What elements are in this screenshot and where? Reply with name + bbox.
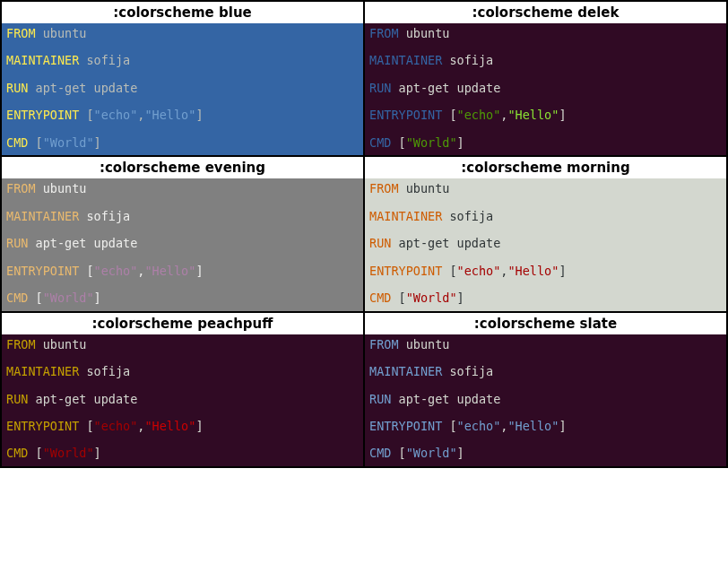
blank-line: [6, 379, 359, 392]
dockerfile-arg: ubuntu: [43, 26, 87, 40]
dockerfile-arg: sofija: [86, 364, 130, 378]
bracket: [: [36, 446, 43, 460]
bracket: ]: [195, 419, 203, 433]
code-block: FROM ubuntuMAINTAINER sofijaRUN apt-get …: [2, 178, 363, 310]
blank-line: [369, 96, 722, 108]
dockerfile-keyword: FROM: [369, 337, 399, 351]
code-line: RUN apt-get update: [6, 81, 359, 96]
dockerfile-keyword: RUN: [369, 392, 391, 406]
dockerfile-arg: ubuntu: [406, 26, 450, 40]
blank-line: [369, 196, 722, 209]
dockerfile-keyword: ENTRYPOINT: [369, 419, 442, 433]
colorscheme-title: :colorscheme evening: [2, 157, 363, 178]
bracket: [: [399, 446, 406, 460]
code-block: FROM ubuntuMAINTAINER sofijaRUN apt-get …: [365, 334, 726, 466]
bracket: [: [36, 135, 43, 150]
blank-line: [369, 278, 722, 291]
code-line: RUN apt-get update: [6, 236, 359, 251]
blank-line: [369, 123, 722, 135]
bracket: ]: [94, 446, 101, 460]
blank-line: [6, 224, 359, 237]
dockerfile-keyword: RUN: [6, 81, 28, 95]
dockerfile-string: "Hello": [144, 264, 195, 278]
colorscheme-title: :colorscheme delek: [365, 2, 726, 23]
dockerfile-keyword: ENTRYPOINT: [369, 108, 442, 122]
code-line: MAINTAINER sofija: [6, 364, 359, 379]
dockerfile-keyword: MAINTAINER: [6, 53, 79, 67]
dockerfile-arg: sofija: [449, 53, 493, 67]
dockerfile-arg: apt-get update: [399, 81, 501, 95]
bracket: [: [449, 108, 456, 122]
code-line: CMD ["World"]: [6, 446, 359, 461]
dockerfile-string: "echo": [457, 419, 501, 433]
blank-line: [6, 68, 359, 81]
dockerfile-keyword: CMD: [369, 291, 391, 305]
dockerfile-arg: sofija: [449, 209, 493, 223]
bracket: [: [86, 419, 93, 433]
code-line: ENTRYPOINT ["echo","Hello"]: [6, 264, 359, 279]
dockerfile-keyword: MAINTAINER: [369, 364, 442, 378]
dockerfile-keyword: MAINTAINER: [369, 53, 442, 67]
blank-line: [369, 41, 722, 54]
dockerfile-string: "World": [43, 291, 94, 305]
code-block: FROM ubuntuMAINTAINER sofijaRUN apt-get …: [2, 23, 363, 155]
dockerfile-arg: ubuntu: [406, 337, 450, 351]
dockerfile-string: "echo": [457, 264, 501, 278]
colorscheme-cell: :colorscheme eveningFROM ubuntuMAINTAINE…: [1, 156, 364, 311]
code-line: ENTRYPOINT ["echo","Hello"]: [6, 108, 359, 123]
code-line: ENTRYPOINT ["echo","Hello"]: [369, 108, 722, 123]
dockerfile-arg: sofija: [449, 364, 493, 378]
colorscheme-title: :colorscheme blue: [2, 2, 363, 23]
bracket: [: [449, 419, 456, 433]
bracket: ]: [195, 264, 203, 278]
blank-line: [369, 251, 722, 264]
dockerfile-string: "Hello": [507, 108, 559, 122]
colorscheme-cell: :colorscheme slateFROM ubuntuMAINTAINER …: [364, 312, 727, 467]
dockerfile-string: "World": [406, 291, 457, 305]
code-line: MAINTAINER sofija: [369, 209, 722, 224]
dockerfile-string: "echo": [94, 108, 138, 122]
bracket: [: [449, 264, 456, 278]
colorscheme-grid: :colorscheme blueFROM ubuntuMAINTAINER s…: [0, 0, 728, 468]
code-line: FROM ubuntu: [6, 337, 359, 352]
colorscheme-cell: :colorscheme blueFROM ubuntuMAINTAINER s…: [1, 1, 364, 156]
code-line: FROM ubuntu: [369, 26, 722, 41]
blank-line: [6, 352, 359, 365]
bracket: [: [86, 264, 93, 278]
code-block: FROM ubuntuMAINTAINER sofijaRUN apt-get …: [2, 334, 363, 466]
bracket: [: [86, 108, 93, 122]
dockerfile-keyword: MAINTAINER: [6, 364, 79, 378]
colorscheme-cell: :colorscheme morningFROM ubuntuMAINTAINE…: [364, 156, 727, 311]
blank-line: [369, 379, 722, 392]
blank-line: [6, 196, 359, 209]
code-line: CMD ["World"]: [369, 291, 722, 306]
bracket: [: [36, 291, 43, 305]
dockerfile-keyword: CMD: [6, 291, 28, 305]
code-line: ENTRYPOINT ["echo","Hello"]: [369, 264, 722, 279]
bracket: ]: [457, 291, 464, 305]
blank-line: [6, 96, 359, 108]
bracket: ]: [457, 135, 464, 150]
code-line: RUN apt-get update: [369, 81, 722, 96]
dockerfile-keyword: MAINTAINER: [6, 209, 79, 223]
dockerfile-arg: apt-get update: [36, 81, 138, 95]
code-line: CMD ["World"]: [6, 135, 359, 151]
dockerfile-string: "echo": [94, 419, 138, 433]
bracket: ]: [195, 108, 203, 122]
code-line: FROM ubuntu: [369, 181, 722, 196]
bracket: [: [399, 291, 406, 305]
dockerfile-string: "echo": [457, 108, 501, 122]
dockerfile-arg: ubuntu: [406, 181, 450, 195]
blank-line: [6, 278, 359, 291]
dockerfile-arg: apt-get update: [399, 236, 501, 250]
bracket: ]: [559, 264, 566, 278]
blank-line: [369, 68, 722, 81]
dockerfile-string: "Hello": [144, 108, 195, 122]
blank-line: [6, 251, 359, 264]
code-line: MAINTAINER sofija: [369, 364, 722, 379]
dockerfile-keyword: MAINTAINER: [369, 209, 442, 223]
dockerfile-keyword: CMD: [6, 135, 28, 150]
code-block: FROM ubuntuMAINTAINER sofijaRUN apt-get …: [365, 178, 726, 310]
blank-line: [6, 406, 359, 419]
bracket: ]: [559, 419, 566, 433]
